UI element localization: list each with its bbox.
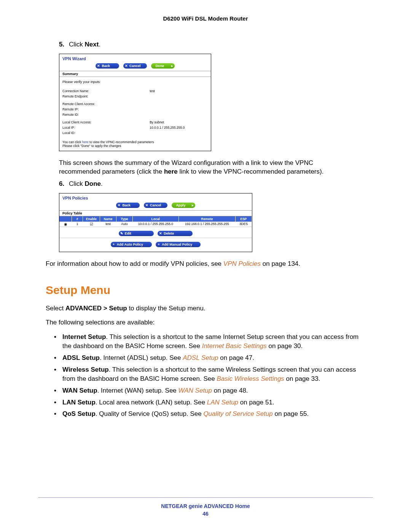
- cell-name: test: [100, 222, 116, 227]
- done-button[interactable]: Done▸: [151, 63, 175, 69]
- radio-select[interactable]: [59, 222, 72, 227]
- wizard-row: Remote Endpoint:: [62, 94, 208, 99]
- page-number: 46: [0, 511, 411, 517]
- button-label: Delete: [163, 231, 174, 236]
- col-local: Local: [133, 216, 179, 222]
- text: .: [99, 41, 100, 48]
- summary-bar: Summary: [59, 71, 211, 77]
- add-manual-policy-button[interactable]: +Add Manual Policy: [156, 242, 201, 247]
- bullet-list: Internet Setup. This selection is a shor…: [54, 332, 373, 419]
- value: [150, 101, 208, 107]
- text: on page 47.: [218, 354, 254, 361]
- page-footer: NETGEAR genie ADVANCED Home 46: [0, 497, 411, 517]
- label: Remote Endpoint:: [62, 94, 150, 99]
- vpn-policies-screenshot: VPN Policies ✕Back ✕Cancel Apply▸ Policy…: [59, 193, 252, 252]
- enable-checkbox[interactable]: [83, 222, 100, 227]
- col-esp: ESP: [236, 216, 252, 222]
- wizard-body: Please verify your inputs: Connection Na…: [59, 77, 211, 139]
- list-item: ADSL Setup. Internet (ADSL) setup. See A…: [54, 353, 367, 363]
- text: . Internet (ADSL) setup. See: [100, 354, 183, 361]
- text: on page 48.: [212, 387, 248, 394]
- cross-ref-link[interactable]: WAN Setup: [178, 387, 212, 394]
- list-item: QoS Setup. Quality of Service (QoS) setu…: [54, 409, 367, 419]
- text: Click: [69, 41, 85, 48]
- cell-type: Auto: [116, 222, 133, 227]
- bold-text: Next: [85, 41, 99, 48]
- cross-ref-link[interactable]: ADSL Setup: [183, 354, 218, 361]
- step-text: Click Done.: [69, 180, 103, 188]
- text: Click: [69, 180, 85, 187]
- plus-icon: +: [112, 242, 116, 247]
- value: By subnet: [150, 120, 208, 125]
- arrow-icon: ▸: [171, 63, 173, 69]
- button-label: Cancel: [149, 203, 161, 208]
- cell-num: 1: [72, 222, 83, 227]
- wizard-row: Remote ID:: [62, 112, 208, 117]
- text: on page 30.: [267, 342, 303, 350]
- col-name: Name: [100, 216, 116, 222]
- cancel-button[interactable]: ✕Cancel: [144, 203, 167, 208]
- cell-esp: 3DES: [236, 222, 252, 227]
- x-icon: ✕: [158, 231, 163, 236]
- x-icon: ✕: [117, 203, 121, 208]
- wizard-row: Remote Client Access:: [62, 101, 208, 107]
- panel-title: VPN Policies: [59, 193, 252, 201]
- paragraph: The following selections are available:: [46, 318, 373, 327]
- cell-local: 10.0.0.1 / 255.255.255.0: [133, 222, 179, 227]
- cross-ref-link[interactable]: Basic Wireless Settings: [217, 375, 284, 382]
- wizard-row: Local ID:: [62, 130, 208, 136]
- here-link[interactable]: here: [82, 140, 89, 144]
- cross-ref-link[interactable]: VPN Policies: [223, 260, 261, 267]
- step-5: 5. Click Next.: [59, 41, 373, 48]
- text: . Internet (WAN) setup. See: [97, 387, 178, 394]
- text: on page 55.: [273, 410, 309, 417]
- bold-text: ADVANCED > Setup: [65, 305, 127, 312]
- policy-buttons-1: ✎Edit ✕Delete: [59, 227, 252, 238]
- apply-button[interactable]: Apply▸: [172, 203, 195, 208]
- policy-table-label: Policy Table: [59, 210, 252, 216]
- bold-text: Wireless Setup: [62, 366, 109, 373]
- wizard-toolbar: ✕Back ✕Cancel Done▸: [59, 62, 211, 71]
- text: . Quality of Service (QoS) setup. See: [96, 410, 203, 417]
- bold-text: WAN Setup: [62, 387, 97, 394]
- step-number: 5.: [59, 41, 69, 48]
- delete-button[interactable]: ✕Delete: [158, 231, 193, 236]
- x-icon: ✕: [145, 203, 149, 208]
- label: Remote Client Access:: [62, 101, 150, 107]
- text: . Local area network (LAN) setup. See: [96, 399, 207, 406]
- back-button[interactable]: ✕Back: [96, 63, 119, 69]
- cross-ref-link[interactable]: LAN Setup: [207, 399, 238, 406]
- add-auto-policy-button[interactable]: +Add Auto Policy: [111, 242, 152, 247]
- label: Local ID:: [62, 130, 150, 136]
- footer-divider: [38, 497, 373, 498]
- x-icon: ✕: [96, 63, 101, 69]
- cancel-button[interactable]: ✕Cancel: [123, 63, 147, 69]
- label: Local Client Access:: [62, 120, 150, 125]
- button-label: Done: [152, 63, 164, 69]
- button-label: Apply: [172, 203, 186, 208]
- step-6: 6. Click Done.: [59, 180, 373, 188]
- value: test: [150, 88, 208, 94]
- bold-text: ADSL Setup: [62, 354, 100, 361]
- bold-text: Internet Setup: [62, 333, 106, 340]
- heading-setup-menu: Setup Menu: [46, 284, 373, 297]
- button-label: Back: [101, 63, 110, 69]
- list-item: LAN Setup. Local area network (LAN) setu…: [54, 398, 367, 407]
- edit-button[interactable]: ✎Edit: [119, 231, 154, 236]
- label: Connection Name:: [62, 88, 150, 94]
- paragraph: Select ADVANCED > Setup to display the S…: [46, 304, 373, 313]
- cross-ref-link[interactable]: Internet Basic Settings: [202, 342, 267, 350]
- vpn-wizard-screenshot: VPN Wizard ✕Back ✕Cancel Done▸ Summary P…: [59, 54, 211, 151]
- cross-ref-link[interactable]: Quality of Service Setup: [203, 410, 272, 417]
- back-button[interactable]: ✕Back: [116, 203, 140, 208]
- text: For information about how to add or modi…: [46, 260, 223, 267]
- label: Remote ID:: [62, 112, 150, 117]
- text: Select: [46, 305, 65, 312]
- text: on page 51.: [238, 399, 274, 406]
- value: [150, 107, 208, 112]
- value: [150, 94, 208, 99]
- label: Local IP:: [62, 125, 150, 130]
- list-item: Internet Setup. This selection is a shor…: [54, 332, 367, 351]
- text: on page 33.: [284, 375, 320, 382]
- paragraph: For information about how to add or modi…: [46, 260, 342, 268]
